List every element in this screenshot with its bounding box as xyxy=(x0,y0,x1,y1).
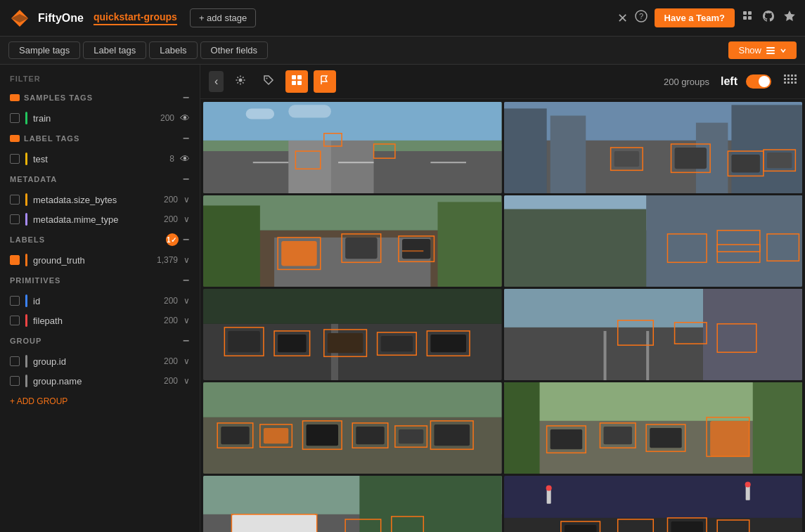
close-button[interactable]: ✕ xyxy=(617,11,628,26)
svg-rect-24 xyxy=(794,78,797,80)
size-bytes-label: metadata.size_bytes xyxy=(33,195,158,205)
star-icon xyxy=(783,9,797,23)
train-label: train xyxy=(33,113,155,124)
filepath-label: filepath xyxy=(33,316,158,326)
id-count: 200 xyxy=(164,296,178,306)
primitives-section: PRIMITIVES − xyxy=(0,270,200,291)
size-bytes-chevron[interactable]: ∨ xyxy=(183,195,190,205)
apps-icon xyxy=(742,10,754,22)
ground-truth-checkbox[interactable] xyxy=(10,255,20,265)
mime-type-checkbox[interactable] xyxy=(10,214,20,224)
add-group-button[interactable]: + ADD GROUP xyxy=(0,391,200,412)
image-cell-7[interactable] xyxy=(203,382,502,474)
image-cell-1[interactable] xyxy=(203,102,502,193)
logo xyxy=(8,7,31,30)
help-button[interactable]: ? xyxy=(635,10,648,26)
svg-rect-129 xyxy=(650,428,681,448)
image-cell-3[interactable] xyxy=(203,195,502,287)
grid-layout-icon[interactable] xyxy=(783,73,797,91)
show-button[interactable]: Show xyxy=(728,41,797,59)
tab-labels[interactable]: Labels xyxy=(149,41,197,59)
svg-rect-121 xyxy=(752,382,802,474)
test-checkbox[interactable] xyxy=(10,154,20,164)
back-button[interactable]: ‹ xyxy=(209,71,224,92)
svg-rect-80 xyxy=(203,289,502,324)
metadata-collapse[interactable]: − xyxy=(183,173,190,186)
test-visibility-icon[interactable]: 👁 xyxy=(180,153,190,164)
group-collapse[interactable]: − xyxy=(183,335,190,347)
svg-rect-127 xyxy=(550,429,581,449)
filter-label: FILTER xyxy=(0,70,200,87)
group-id-label: group.id xyxy=(33,356,158,367)
primitives-collapse[interactable]: − xyxy=(183,274,190,287)
topbar-right: ✕ ? Have a Team? xyxy=(617,8,797,27)
image-cell-6[interactable] xyxy=(504,289,803,380)
image-cell-10[interactable] xyxy=(504,476,803,532)
svg-rect-20 xyxy=(794,74,797,77)
svg-rect-23 xyxy=(791,78,793,80)
filter-item-size-bytes[interactable]: metadata.size_bytes 200 ∨ xyxy=(0,190,200,209)
group-id-chevron[interactable]: ∨ xyxy=(183,356,190,366)
view-toggle[interactable] xyxy=(746,74,771,89)
svg-rect-133 xyxy=(231,514,316,532)
tab-sample-tags[interactable]: Sample tags xyxy=(8,41,80,59)
id-checkbox[interactable] xyxy=(10,296,20,306)
toggle-thumb xyxy=(759,76,770,87)
github-button[interactable] xyxy=(761,9,775,27)
image-cell-8[interactable] xyxy=(504,382,803,474)
svg-point-143 xyxy=(546,485,551,491)
samples-tags-collapse[interactable]: − xyxy=(183,91,190,104)
image-cell-5[interactable] xyxy=(203,289,502,380)
tab-other-fields[interactable]: Other fields xyxy=(200,41,268,59)
group-id-color-bar xyxy=(25,355,27,368)
train-checkbox[interactable] xyxy=(10,113,20,123)
label-tags-collapse[interactable]: − xyxy=(183,132,190,145)
filter-item-filepath[interactable]: filepath 200 ∨ xyxy=(0,311,200,330)
tag-button[interactable] xyxy=(257,70,280,93)
filter-item-train[interactable]: train 200 👁 xyxy=(0,108,200,128)
svg-rect-150 xyxy=(564,525,595,532)
filter-item-ground-truth[interactable]: ground_truth 1,379 ∨ xyxy=(0,250,200,270)
size-bytes-color-bar xyxy=(25,193,27,206)
size-bytes-checkbox[interactable] xyxy=(10,195,20,205)
flag-button[interactable] xyxy=(314,70,336,93)
image-cell-4[interactable] xyxy=(504,195,803,287)
grid-view-button[interactable] xyxy=(285,70,308,93)
svg-rect-128 xyxy=(603,427,631,444)
group-id-checkbox[interactable] xyxy=(10,356,20,366)
add-stage-button[interactable]: + add stage xyxy=(190,8,256,27)
filter-item-group-name[interactable]: group.name 200 ∨ xyxy=(0,371,200,391)
topbar: FiftyOne quickstart-groups + add stage ✕… xyxy=(0,0,805,37)
labels-count-badge: 1✓ xyxy=(166,233,179,246)
id-chevron[interactable]: ∨ xyxy=(183,296,190,306)
settings-button[interactable] xyxy=(229,70,252,93)
have-team-button[interactable]: Have a Team? xyxy=(655,8,735,27)
filepath-checkbox[interactable] xyxy=(10,316,20,325)
filter-item-test[interactable]: test 8 👁 xyxy=(0,149,200,169)
ground-truth-chevron[interactable]: ∨ xyxy=(183,255,190,265)
mime-type-chevron[interactable]: ∨ xyxy=(183,214,190,224)
content-toolbar: ‹ xyxy=(200,65,805,99)
labels-collapse[interactable]: − xyxy=(183,233,190,246)
groups-count: 200 groups xyxy=(664,77,709,87)
filter-item-mime-type[interactable]: metadata.mime_type 200 ∨ xyxy=(0,209,200,229)
image-cell-9[interactable] xyxy=(203,476,502,532)
svg-rect-36 xyxy=(430,162,466,163)
star-button[interactable] xyxy=(783,9,797,27)
image-cell-2[interactable] xyxy=(504,102,803,193)
svg-point-12 xyxy=(266,78,268,79)
group-name-chevron[interactable]: ∨ xyxy=(183,376,190,386)
app-name: FiftyOne xyxy=(38,12,84,25)
svg-rect-22 xyxy=(787,78,790,80)
train-visibility-icon[interactable]: 👁 xyxy=(180,112,190,124)
filter-item-id[interactable]: id 200 ∨ xyxy=(0,291,200,311)
filepath-chevron[interactable]: ∨ xyxy=(183,316,190,325)
svg-rect-151 xyxy=(621,523,649,532)
svg-rect-153 xyxy=(721,524,745,532)
svg-rect-26 xyxy=(787,82,790,84)
filter-item-group-id[interactable]: group.id 200 ∨ xyxy=(0,351,200,371)
tab-label-tags[interactable]: Label tags xyxy=(83,41,146,59)
group-name-checkbox[interactable] xyxy=(10,376,20,386)
train-color-bar xyxy=(25,112,27,124)
grid-apps-button[interactable] xyxy=(742,10,754,26)
